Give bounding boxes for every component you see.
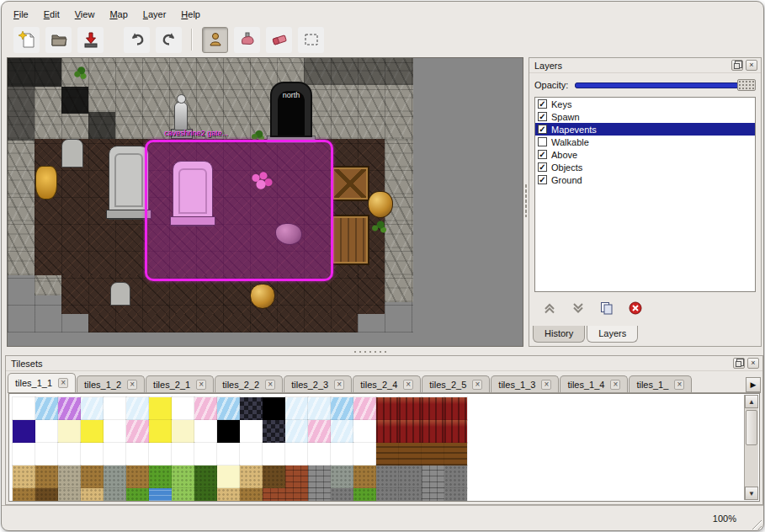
tileset-tab-tiles_1_1[interactable]: tiles_1_1× [8,373,76,392]
palette-tile[interactable] [172,443,194,466]
palette-tile[interactable] [81,420,104,443]
palette-tile[interactable] [194,466,217,488]
eraser-tool-button[interactable] [266,27,292,53]
move-up-button[interactable] [541,300,558,317]
palette-tile[interactable] [104,443,126,466]
tileset-tab-tiles_1_[interactable]: tiles_1_× [629,375,692,392]
tileset-tab-tiles_2_4[interactable]: tiles_2_4× [353,375,421,392]
redo-button[interactable] [156,27,182,53]
palette-tile[interactable] [353,397,376,420]
palette-tile[interactable] [422,443,444,466]
palette-tile[interactable] [194,443,217,466]
character-tool-button[interactable] [202,27,228,53]
palette-tile[interactable] [399,488,422,502]
tab-close-icon[interactable]: × [58,378,68,388]
layer-checkbox[interactable] [538,137,547,146]
open-folder-button[interactable] [45,27,72,53]
palette-tile[interactable] [308,466,331,488]
slider-handle[interactable] [737,79,756,91]
tab-close-icon[interactable]: × [403,380,413,390]
palette-tile[interactable] [104,420,126,443]
palette-tile[interactable] [126,443,149,466]
scroll-down-icon[interactable]: ▼ [745,487,758,500]
palette-tile[interactable] [285,443,308,466]
palette-tile[interactable] [58,488,81,502]
palette-tile[interactable] [126,420,149,443]
palette-tile[interactable] [240,397,263,420]
palette-tile[interactable] [13,397,35,420]
palette-tile[interactable] [376,420,399,443]
tileset-view[interactable]: ▲ ▼ [8,393,760,502]
resize-grip[interactable] [749,517,762,529]
palette-tile[interactable] [58,397,81,420]
palette-tile[interactable] [58,466,81,488]
tab-close-icon[interactable]: × [541,380,551,390]
tileset-tab-tiles_2_2[interactable]: tiles_2_2× [215,375,283,392]
tileset-tab-tiles_1_4[interactable]: tiles_1_4× [560,375,628,392]
palette-tile[interactable] [308,420,331,443]
dock-tab-history[interactable]: History [533,326,585,343]
palette-tile[interactable] [104,397,126,420]
duplicate-layer-button[interactable] [598,300,615,317]
move-down-button[interactable] [570,300,587,317]
layer-checkbox[interactable]: ✓ [538,99,547,109]
palette-tile[interactable] [240,488,263,502]
tab-close-icon[interactable]: × [334,380,344,390]
palette-tile[interactable] [58,420,81,443]
opacity-slider[interactable] [575,79,756,91]
tab-close-icon[interactable]: × [610,380,620,390]
close-button[interactable]: × [746,60,757,71]
horizontal-splitter[interactable] [7,348,758,355]
palette-tile[interactable] [194,420,217,443]
tileset-tab-tiles_1_2[interactable]: tiles_1_2× [77,375,145,392]
tab-close-icon[interactable]: × [674,380,684,390]
palette-tile[interactable] [308,488,331,502]
palette-tile[interactable] [444,420,467,443]
palette-tile[interactable] [263,443,285,466]
float-button[interactable] [731,60,743,71]
layer-row-spawn[interactable]: ✓Spawn [535,110,755,123]
palette-tile[interactable] [285,466,308,488]
selection-rect[interactable] [145,140,333,281]
scroll-up-icon[interactable]: ▲ [745,395,758,408]
stamp-tool-button[interactable] [234,27,260,53]
palette-tile[interactable] [308,443,331,466]
palette-tile[interactable] [444,443,467,466]
scrollbar-thumb[interactable] [746,410,757,445]
palette-tile[interactable] [263,466,285,488]
palette-tile[interactable] [285,397,308,420]
palette-tile[interactable] [353,466,376,488]
float-button[interactable] [733,358,745,369]
palette-tile[interactable] [240,420,263,443]
palette-tile[interactable] [399,397,422,420]
palette-tile[interactable] [353,488,376,502]
palette-tile[interactable] [194,397,217,420]
map-canvas[interactable]: north caveshrine2 gate... [8,58,413,332]
delete-layer-button[interactable] [627,300,644,317]
palette-tile[interactable] [285,420,308,443]
palette-tile[interactable] [35,443,58,466]
layer-checkbox[interactable]: ✓ [538,150,547,159]
palette-tile[interactable] [217,420,240,443]
palette-tile[interactable] [149,397,172,420]
menu-layer[interactable]: Layer [136,7,173,22]
close-button[interactable]: × [747,358,759,369]
layer-row-objects[interactable]: ✓Objects [535,161,755,173]
palette-tile[interactable] [81,443,104,466]
palette-tile[interactable] [172,466,194,488]
palette-tile[interactable] [263,397,285,420]
palette-tile[interactable] [58,443,81,466]
palette-tile[interactable] [240,466,263,488]
palette-tile[interactable] [285,488,308,502]
tab-close-icon[interactable]: × [127,380,137,390]
palette-tile[interactable] [376,488,399,502]
palette-tile[interactable] [308,397,331,420]
layer-checkbox[interactable]: ✓ [538,162,547,172]
tileset-palette[interactable] [13,397,467,502]
palette-tile[interactable] [172,397,194,420]
palette-tile[interactable] [217,397,240,420]
palette-tile[interactable] [376,443,399,466]
palette-tile[interactable] [263,488,285,502]
map-viewport[interactable]: north caveshrine2 gate... [7,57,523,347]
tab-close-icon[interactable]: × [472,380,482,390]
